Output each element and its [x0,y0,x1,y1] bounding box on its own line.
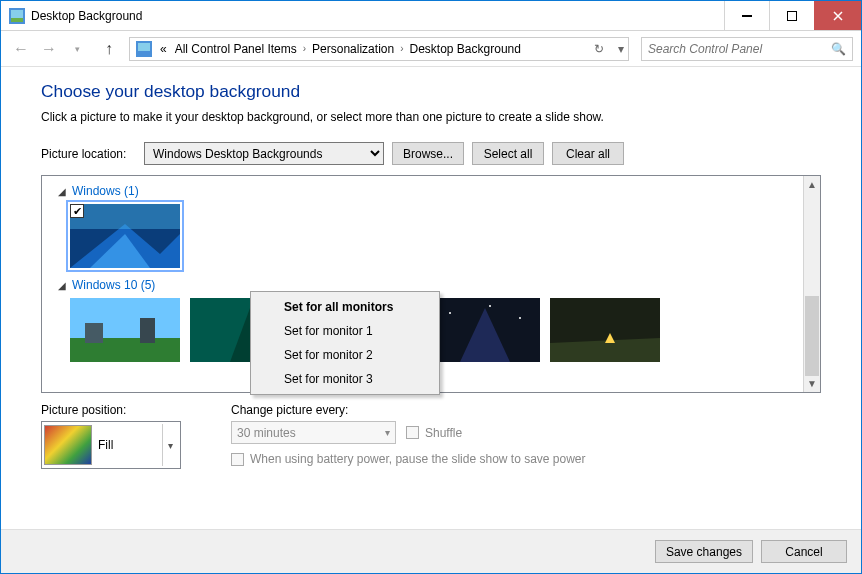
group-header[interactable]: ◢ Windows (1) [58,184,816,198]
svg-rect-12 [140,318,155,343]
context-menu: Set for all monitors Set for monitor 1 S… [250,291,440,395]
window-title: Desktop Background [31,9,724,23]
chevron-right-icon: › [301,43,308,54]
wallpaper-thumbnail[interactable] [430,298,540,362]
ctx-set-monitor-3[interactable]: Set for monitor 3 [254,367,436,391]
titlebar: Desktop Background [1,1,861,31]
change-interval-value: 30 minutes [237,426,385,440]
svg-point-18 [519,317,521,319]
navbar: ← → ▾ ↑ « All Control Panel Items › Pers… [1,31,861,67]
shuffle-label: Shuffle [425,426,462,440]
thumbnail-checkbox[interactable]: ✔ [70,204,84,218]
ctx-set-monitor-1[interactable]: Set for monitor 1 [254,319,436,343]
svg-point-19 [489,305,491,307]
content-area: TenForums.com Choose your desktop backgr… [1,67,861,529]
scroll-down-button[interactable]: ▼ [804,375,820,392]
scroll-up-button[interactable]: ▲ [804,176,820,193]
search-box[interactable]: 🔍 [641,37,853,61]
group-name: Windows 10 (5) [72,278,155,292]
address-dropdown[interactable]: ▾ [618,42,624,56]
battery-pause-checkbox[interactable] [231,453,244,466]
chevron-right-icon: › [398,43,405,54]
picture-location-select[interactable]: Windows Desktop Backgrounds [144,142,384,165]
history-dropdown[interactable]: ▾ [65,37,89,61]
up-button[interactable]: ↑ [97,37,121,61]
refresh-button[interactable]: ↻ [594,42,604,56]
wallpaper-thumbnail[interactable] [70,298,180,362]
app-icon [9,8,25,24]
search-input[interactable] [648,42,831,56]
scrollbar[interactable]: ▲ ▼ [803,176,820,392]
window: Desktop Background ← → ▾ ↑ « All Control… [0,0,862,574]
shuffle-checkbox[interactable] [406,426,419,439]
change-every-label: Change picture every: [231,403,586,417]
wallpaper-preview [430,298,540,362]
chevron-down-icon: ▾ [385,427,390,438]
svg-rect-8 [70,204,180,229]
location-icon [136,41,152,57]
svg-rect-1 [11,10,23,18]
group-header[interactable]: ◢ Windows 10 (5) [58,278,816,292]
back-button[interactable]: ← [9,37,33,61]
svg-rect-3 [742,15,752,17]
picture-location-label: Picture location: [41,147,136,161]
select-all-button[interactable]: Select all [472,142,544,165]
svg-rect-6 [138,43,150,51]
picture-position-label: Picture position: [41,403,181,417]
breadcrumb[interactable]: « All Control Panel Items › Personalizat… [129,37,629,61]
breadcrumb-overflow[interactable]: « [156,38,171,60]
wallpaper-thumbnail[interactable]: ✔ [70,204,180,268]
group-name: Windows (1) [72,184,139,198]
collapse-caret-icon: ◢ [58,186,66,197]
search-icon[interactable]: 🔍 [831,42,846,56]
change-interval-select[interactable]: 30 minutes ▾ [231,421,396,444]
forward-button[interactable]: → [37,37,61,61]
minimize-button[interactable] [724,1,769,30]
wallpaper-thumbnail[interactable] [550,298,660,362]
breadcrumb-item[interactable]: Personalization [308,38,398,60]
browse-button[interactable]: Browse... [392,142,464,165]
wallpaper-preview [550,298,660,362]
breadcrumb-item[interactable]: Desktop Background [406,38,525,60]
page-description: Click a picture to make it your desktop … [41,110,821,124]
footer: Save changes Cancel [1,529,861,573]
save-changes-button[interactable]: Save changes [655,540,753,563]
close-button[interactable] [814,1,861,30]
ctx-set-monitor-2[interactable]: Set for monitor 2 [254,343,436,367]
picture-position-select[interactable]: Fill ▾ [41,421,181,469]
svg-point-17 [449,312,451,314]
clear-all-button[interactable]: Clear all [552,142,624,165]
svg-rect-4 [787,11,797,21]
cancel-button[interactable]: Cancel [761,540,847,563]
wallpaper-preview [70,298,180,362]
page-title: Choose your desktop background [41,81,821,102]
svg-rect-11 [85,323,103,343]
ctx-set-all-monitors[interactable]: Set for all monitors [254,295,436,319]
position-value: Fill [98,438,162,452]
chevron-down-icon: ▾ [162,424,178,466]
scroll-thumb[interactable] [805,296,819,376]
maximize-button[interactable] [769,1,814,30]
svg-rect-2 [11,18,23,22]
position-preview-icon [44,425,92,465]
wallpaper-preview [70,204,180,268]
battery-pause-label: When using battery power, pause the slid… [250,452,586,466]
breadcrumb-item[interactable]: All Control Panel Items [171,38,301,60]
collapse-caret-icon: ◢ [58,280,66,291]
